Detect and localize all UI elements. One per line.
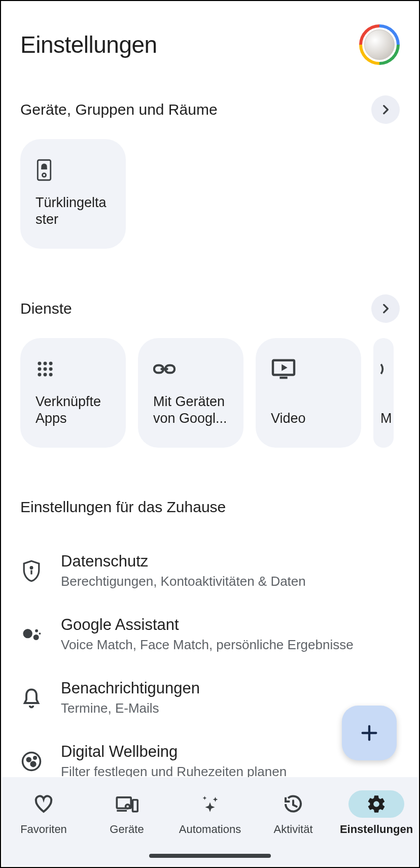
list-item-subtitle: Termine, E-Mails bbox=[61, 700, 200, 716]
list-item-assistant[interactable]: Google Assistant Voice Match, Face Match… bbox=[20, 603, 400, 666]
nav-activity[interactable]: Aktivität bbox=[253, 790, 334, 836]
chevron-right-icon bbox=[379, 103, 392, 116]
svg-point-5 bbox=[38, 368, 41, 371]
svg-point-21 bbox=[35, 629, 38, 632]
nav-devices[interactable]: Geräte bbox=[86, 790, 167, 836]
section-title-devices: Geräte, Gruppen und Räume bbox=[20, 101, 218, 118]
google-assistant-icon bbox=[20, 623, 43, 646]
nav-label: Aktivität bbox=[273, 823, 312, 836]
list-item-title: Digital Wellbeing bbox=[61, 743, 287, 761]
service-card-label: Mit Geräten von Googl... bbox=[153, 393, 228, 428]
section-title-home-settings: Einstellungen für das Zuhause bbox=[20, 498, 400, 516]
list-item-subtitle: Voice Match, Face Match, persönliche Erg… bbox=[61, 637, 354, 653]
gear-icon bbox=[366, 794, 387, 814]
list-item-subtitle: Berechtigungen, Kontoaktivitäten & Daten bbox=[61, 574, 306, 589]
svg-point-8 bbox=[38, 373, 41, 377]
devices-more-button[interactable] bbox=[371, 95, 400, 124]
nav-label: Einstellungen bbox=[340, 823, 413, 836]
service-card-partial[interactable]: M bbox=[373, 338, 394, 448]
svg-point-6 bbox=[44, 368, 47, 371]
service-card-label: Video bbox=[271, 410, 346, 427]
history-icon bbox=[283, 794, 303, 814]
list-item-title: Datenschutz bbox=[61, 552, 306, 571]
shield-info-icon bbox=[20, 560, 43, 582]
svg-point-22 bbox=[39, 632, 41, 635]
plus-icon bbox=[359, 723, 379, 743]
svg-point-32 bbox=[126, 805, 130, 809]
svg-point-7 bbox=[49, 368, 53, 371]
apps-grid-icon bbox=[36, 356, 111, 382]
add-fab[interactable] bbox=[342, 706, 397, 760]
wellbeing-icon bbox=[20, 750, 43, 773]
device-card-label: Türklingelta ster bbox=[36, 194, 111, 229]
svg-point-25 bbox=[31, 761, 36, 766]
svg-point-3 bbox=[44, 361, 47, 365]
svg-point-20 bbox=[33, 635, 39, 640]
devices-icon bbox=[115, 794, 138, 814]
svg-point-19 bbox=[23, 629, 32, 638]
service-card-works-with-google[interactable]: Mit Geräten von Googl... bbox=[138, 338, 243, 448]
svg-point-9 bbox=[44, 373, 47, 377]
svg-point-4 bbox=[49, 361, 53, 365]
svg-point-1 bbox=[42, 173, 46, 177]
video-tv-icon bbox=[271, 356, 346, 382]
service-card-video[interactable]: Video bbox=[256, 338, 361, 448]
nav-label: Automations bbox=[179, 823, 241, 836]
service-card-linked-apps[interactable]: Verknüpfte Apps bbox=[20, 338, 126, 448]
svg-point-17 bbox=[30, 566, 32, 569]
svg-point-26 bbox=[34, 756, 37, 759]
chevron-right-icon bbox=[379, 302, 392, 315]
svg-point-24 bbox=[27, 758, 30, 761]
section-title-services: Dienste bbox=[20, 300, 72, 317]
partial-icon bbox=[380, 356, 394, 382]
service-card-label: M bbox=[380, 410, 394, 427]
device-card-doorbell[interactable]: Türklingelta ster bbox=[20, 139, 126, 249]
sparkle-icon bbox=[199, 793, 221, 815]
nav-settings[interactable]: Einstellungen bbox=[336, 790, 417, 836]
nav-favorites[interactable]: Favoriten bbox=[3, 790, 84, 836]
account-avatar[interactable] bbox=[359, 24, 400, 65]
bell-icon bbox=[20, 687, 43, 709]
service-card-label: Verknüpfte Apps bbox=[36, 393, 111, 428]
list-item-subtitle: Filter festlegen und Ruhezeiten planen bbox=[61, 764, 287, 778]
svg-point-23 bbox=[23, 752, 41, 770]
link-icon bbox=[153, 356, 228, 382]
home-indicator bbox=[149, 854, 271, 858]
list-item-title: Google Assistant bbox=[61, 616, 354, 634]
page-title: Einstellungen bbox=[20, 31, 157, 58]
nav-automations[interactable]: Automations bbox=[169, 790, 251, 836]
svg-point-2 bbox=[38, 361, 41, 365]
list-item-title: Benachrichtigungen bbox=[61, 679, 200, 697]
svg-rect-31 bbox=[133, 800, 138, 812]
nav-label: Geräte bbox=[110, 823, 144, 836]
list-item-privacy[interactable]: Datenschutz Berechtigungen, Kontoaktivit… bbox=[20, 539, 400, 603]
nav-label: Favoriten bbox=[20, 823, 67, 836]
heart-icon bbox=[33, 794, 54, 814]
bottom-nav: Favoriten Geräte Automations Aktivität E… bbox=[2, 777, 418, 866]
svg-point-10 bbox=[49, 373, 53, 377]
services-more-button[interactable] bbox=[371, 294, 400, 323]
svg-marker-16 bbox=[282, 364, 287, 371]
doorbell-icon bbox=[36, 157, 111, 183]
